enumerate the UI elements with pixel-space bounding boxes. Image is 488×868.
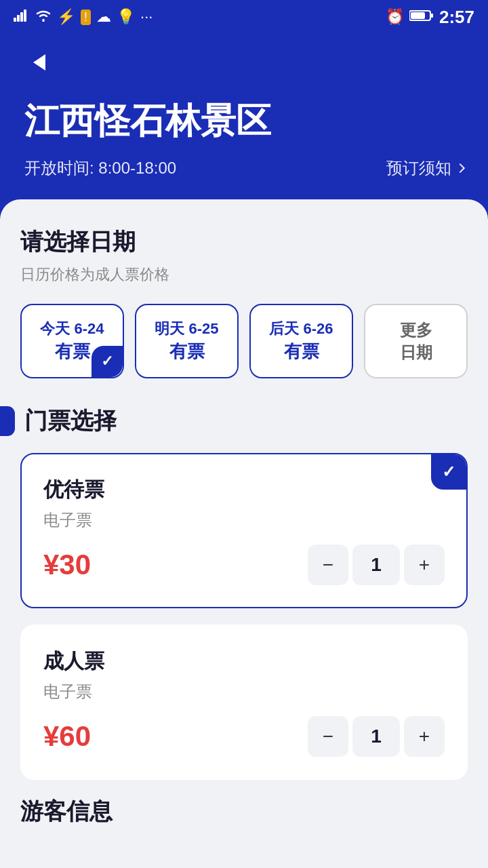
adult-ticket-price: ¥60: [43, 720, 91, 753]
date-dayafter-label: 后天 6-26: [269, 319, 333, 340]
concession-ticket-bottom: ¥30 − 1 +: [43, 545, 445, 585]
date-more-sublabel: 日期: [400, 342, 432, 363]
adult-ticket-type: 电子票: [43, 681, 445, 703]
date-section-subtitle: 日历价格为成人票价格: [20, 264, 468, 285]
date-today-label: 今天 6-24: [40, 319, 104, 340]
svg-rect-1: [17, 15, 20, 22]
more-icon: ···: [140, 8, 152, 26]
adult-quantity-control: − 1 +: [308, 716, 445, 757]
adult-quantity-value: 1: [352, 716, 400, 757]
svg-rect-3: [24, 9, 26, 22]
charge-icon: ⚡: [57, 8, 75, 26]
battery-icon: [409, 8, 434, 26]
back-arrow-icon: [33, 54, 45, 71]
notification-icon: !: [81, 9, 91, 25]
concession-increase-button[interactable]: +: [404, 545, 445, 585]
ticket-section: 门票选择 优待票 电子票 ¥30 − 1 + 成人票 电子票 ¥60: [20, 406, 468, 780]
adult-decrease-button[interactable]: −: [308, 716, 348, 757]
date-card-tomorrow[interactable]: 明天 6-25 有票: [135, 304, 239, 378]
chevron-right-icon: [455, 163, 465, 173]
bulb-icon: 💡: [117, 8, 135, 26]
date-options: 今天 6-24 有票 明天 6-25 有票 后天 6-26 有票 更多 日期: [20, 304, 468, 378]
wifi-icon: [35, 8, 52, 26]
cloud-icon: ☁: [96, 8, 111, 26]
concession-quantity-control: − 1 +: [308, 545, 445, 585]
time-display: 2:57: [439, 7, 474, 28]
date-section-title: 请选择日期: [20, 226, 468, 258]
svg-rect-2: [20, 12, 23, 22]
alarm-icon: ⏰: [386, 8, 404, 26]
date-tomorrow-availability: 有票: [169, 340, 205, 363]
date-more-label: 更多: [400, 319, 432, 342]
svg-rect-6: [411, 12, 425, 19]
venue-title: 江西怪石林景区: [24, 98, 464, 145]
svg-rect-0: [14, 18, 16, 22]
visitor-section: 游客信息: [20, 796, 468, 827]
ticket-selected-checkmark: [431, 454, 466, 490]
open-time: 开放时间: 8:00-18:00: [24, 157, 176, 179]
visitor-section-title: 游客信息: [20, 796, 468, 827]
concession-quantity-value: 1: [352, 545, 400, 585]
date-card-dayafter[interactable]: 后天 6-26 有票: [249, 304, 353, 378]
date-card-today[interactable]: 今天 6-24 有票: [20, 304, 124, 378]
date-today-availability: 有票: [55, 340, 90, 363]
booking-notice-link[interactable]: 预订须知: [386, 157, 464, 179]
date-section: 请选择日期 日历价格为成人票价格 今天 6-24 有票 明天 6-25 有票 后…: [20, 226, 468, 378]
svg-rect-5: [431, 14, 433, 18]
concession-ticket-name: 优待票: [43, 476, 445, 504]
venue-meta: 开放时间: 8:00-18:00 预订须知: [24, 157, 464, 179]
date-tomorrow-label: 明天 6-25: [155, 319, 218, 340]
ticket-section-title: 门票选择: [24, 406, 117, 437]
back-button[interactable]: [24, 47, 54, 77]
concession-decrease-button[interactable]: −: [308, 545, 348, 585]
adult-ticket-bottom: ¥60 − 1 +: [43, 716, 445, 757]
ticket-card-concession[interactable]: 优待票 电子票 ¥30 − 1 +: [20, 453, 468, 608]
date-dayafter-availability: 有票: [284, 340, 319, 363]
concession-ticket-price: ¥30: [43, 549, 91, 581]
status-bar: ⚡ ! ☁ 💡 ··· ⏰ 2:57: [0, 0, 488, 34]
main-content: 请选择日期 日历价格为成人票价格 今天 6-24 有票 明天 6-25 有票 后…: [0, 199, 488, 854]
blue-dot-icon: [0, 406, 15, 436]
adult-increase-button[interactable]: +: [404, 716, 445, 757]
status-right: ⏰ 2:57: [386, 7, 474, 28]
signal-icon: [14, 8, 30, 26]
header: 江西怪石林景区 开放时间: 8:00-18:00 预订须知: [0, 34, 488, 220]
ticket-section-header: 门票选择: [20, 406, 468, 437]
status-left: ⚡ ! ☁ 💡 ···: [14, 8, 152, 26]
selected-checkmark: [92, 346, 123, 377]
date-card-more[interactable]: 更多 日期: [364, 304, 468, 378]
concession-ticket-type: 电子票: [43, 509, 445, 531]
adult-ticket-name: 成人票: [43, 648, 445, 675]
ticket-card-adult[interactable]: 成人票 电子票 ¥60 − 1 +: [20, 625, 468, 780]
